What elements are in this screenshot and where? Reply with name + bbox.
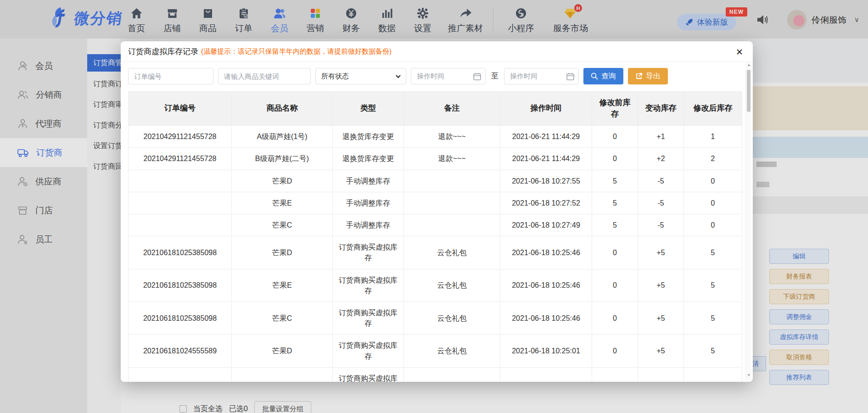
search-button[interactable]: 查询 <box>583 68 623 84</box>
table-cell: 5 <box>592 192 638 214</box>
table-cell: 2021-06-18 10:25:46 <box>500 236 592 269</box>
table-cell <box>684 367 742 382</box>
table-cell: 202106181025385098 <box>129 301 232 334</box>
table-cell: 0 <box>684 170 742 192</box>
scroll-up-icon[interactable]: ▲ <box>746 62 752 68</box>
table-cell: +5 <box>638 236 684 269</box>
table-cell: 芒果C <box>232 301 333 334</box>
table-row-2: 202104291121455728B级葫芦娃(二号)退换货库存变更退款~~~2… <box>129 148 742 170</box>
table-cell: +1 <box>638 126 684 148</box>
table-cell: 0 <box>684 214 742 236</box>
scroll-down-icon[interactable]: ▼ <box>746 373 752 378</box>
status-select-value: 所有状态 <box>321 72 349 81</box>
table-cell: 手动调整库存 <box>333 192 404 214</box>
table-cell: 5 <box>592 170 638 192</box>
table-cell <box>500 367 592 382</box>
table-cell: 云仓礼包 <box>404 269 500 301</box>
table-row-7: 202106181025385098芒果E订货商购买虚拟库存云仓礼包2021-0… <box>129 269 742 301</box>
table-cell: +5 <box>638 335 684 367</box>
table-row-4: 芒果E手动调整库存2021-06-18 10:27:525-50 <box>129 192 742 214</box>
table-cell <box>129 192 232 214</box>
table-cell: 202106181024555589 <box>129 335 232 367</box>
chevron-down-icon <box>395 73 401 79</box>
table-cell: -5 <box>638 192 684 214</box>
table-cell: 芒果E <box>232 269 333 301</box>
table-row-5: 芒果C手动调整库存2021-06-18 10:27:495-50 <box>129 214 742 236</box>
table-cell: 202104291121455728 <box>129 126 232 148</box>
keyword-input[interactable] <box>218 68 311 84</box>
table-cell <box>129 170 232 192</box>
table-cell <box>638 367 684 382</box>
status-select[interactable]: 所有状态 <box>315 68 406 84</box>
table-cell: 退换货库存变更 <box>333 126 404 148</box>
table-cell: 芒果D <box>232 335 333 367</box>
table-cell: 退款~~~ <box>404 126 500 148</box>
table-cell <box>129 367 232 382</box>
table-row-9: 202106181024555589芒果D订货商购买虚拟库存云仓礼包2021-0… <box>129 335 742 367</box>
table-cell: 云仓礼包 <box>404 236 500 269</box>
column-header: 变动库存 <box>638 92 684 126</box>
table-cell: 芒果D <box>232 170 333 192</box>
table-row-1: 202104291121455728A级葫芦娃(1号)退换货库存变更退款~~~2… <box>129 126 742 148</box>
table-cell <box>232 367 333 382</box>
column-header: 订单编号 <box>129 92 232 126</box>
table-cell: 订货商购买虚拟库存 <box>333 236 404 269</box>
column-header: 商品名称 <box>232 92 333 126</box>
table-cell: -5 <box>638 170 684 192</box>
table-cell: B级葫芦娃(二号) <box>232 148 333 170</box>
table-row-8: 202106181025385098芒果C订货商购买虚拟库存云仓礼包2021-0… <box>129 301 742 334</box>
close-icon[interactable]: ✕ <box>734 46 745 58</box>
end-time-picker[interactable]: 操作时间 <box>504 68 579 84</box>
export-icon <box>635 73 643 80</box>
start-time-picker[interactable]: 操作时间 <box>411 68 486 84</box>
table-cell: 订货商购买虚拟库存 <box>333 367 404 382</box>
table-cell: 1 <box>684 126 742 148</box>
column-header: 备注 <box>404 92 500 126</box>
table-cell <box>404 367 500 382</box>
table-cell: 退款~~~ <box>404 148 500 170</box>
table-cell: 202104291121455728 <box>129 148 232 170</box>
table-cell: 202106181025385098 <box>129 236 232 269</box>
to-label: 至 <box>490 72 499 81</box>
table-cell: 2021-06-21 11:44:29 <box>500 126 592 148</box>
table-cell: 2021-06-18 10:27:52 <box>500 192 592 214</box>
calendar-icon <box>566 73 574 80</box>
modal-scrollbar[interactable]: ▲ ▼ <box>745 62 751 380</box>
table-cell: A级葫芦娃(1号) <box>232 126 333 148</box>
table-cell: 芒果D <box>232 236 333 269</box>
calendar-icon <box>473 73 481 80</box>
table-cell: 订货商购买虚拟库存 <box>333 269 404 301</box>
search-button-label: 查询 <box>601 72 616 81</box>
table-cell: -5 <box>638 214 684 236</box>
table-cell <box>404 170 500 192</box>
table-cell: +5 <box>638 269 684 301</box>
table-cell: +2 <box>638 148 684 170</box>
table-cell: 202106181025385098 <box>129 269 232 301</box>
table-cell: 0 <box>592 301 638 334</box>
order-no-input[interactable] <box>128 68 213 84</box>
table-cell <box>592 367 638 382</box>
table-cell: 订货商购买虚拟库存 <box>333 301 404 334</box>
column-header: 类型 <box>333 92 404 126</box>
table-cell: 0 <box>592 269 638 301</box>
table-cell: 2021-06-18 10:27:49 <box>500 214 592 236</box>
table-cell: 云仓礼包 <box>404 335 500 367</box>
filter-bar: 所有状态 操作时间 至 操作时间 <box>121 62 753 90</box>
table-cell <box>404 214 500 236</box>
table-cell: 0 <box>592 148 638 170</box>
column-header: 修改前库存 <box>592 92 638 126</box>
table-cell: 2021-06-18 10:25:46 <box>500 301 592 334</box>
table-cell: 手动调整库存 <box>333 214 404 236</box>
table-cell: 0 <box>592 126 638 148</box>
table-cell: 0 <box>592 236 638 269</box>
table-cell <box>129 214 232 236</box>
modal-header: 订货商虚拟库存记录 (温馨提示：该记录只保留半年内的数据，请提前做好数据备份) <box>121 41 753 62</box>
table-cell: 0 <box>592 335 638 367</box>
export-button[interactable]: 导出 <box>628 68 668 84</box>
table-cell: 5 <box>592 214 638 236</box>
table-cell: 订货商购买虚拟库存 <box>333 335 404 367</box>
table-row-10: 订货商购买虚拟库存 <box>129 367 742 382</box>
scrollbar-thumb[interactable] <box>747 70 750 112</box>
table-cell: 芒果E <box>232 192 333 214</box>
records-table: 订单编号商品名称类型备注操作时间修改前库存变动库存修改后库存 202104291… <box>128 91 742 382</box>
